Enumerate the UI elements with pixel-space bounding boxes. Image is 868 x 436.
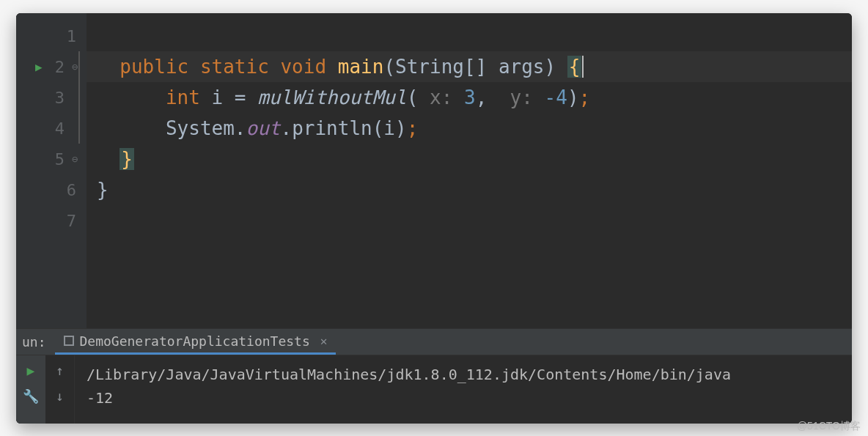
code-editor[interactable]: 1 ▶ 2 ⊖ 3 4 5 ⊖ 6 7 — [16, 13, 852, 328]
fold-collapse-icon[interactable]: ⊖ — [69, 153, 81, 165]
line-number: 7 — [67, 212, 76, 230]
console-output[interactable]: /Library/Java/JavaVirtualMachines/jdk1.8… — [75, 355, 852, 424]
watermark: @51CTO博客 — [797, 420, 861, 433]
code-line[interactable]: } — [87, 174, 852, 205]
run-side-toolbar: ▶ 🔧 — [16, 355, 45, 424]
console-line: -12 — [87, 386, 840, 410]
code-content[interactable]: public static void main (String[] args) … — [87, 13, 852, 328]
run-tab-bar: un: DemoGeneratorApplicationTests ✕ — [16, 329, 852, 355]
wrench-icon[interactable]: 🔧 — [23, 388, 39, 404]
text-caret — [582, 56, 584, 78]
gutter: 1 ▶ 2 ⊖ 3 4 5 ⊖ 6 7 — [16, 13, 87, 328]
run-tab-title: DemoGeneratorApplicationTests — [80, 333, 310, 349]
run-gutter-icon[interactable]: ▶ — [35, 60, 43, 74]
console-line: /Library/Java/JavaVirtualMachines/jdk1.8… — [87, 363, 840, 386]
line-number: 2 — [55, 58, 65, 76]
line-number: 3 — [55, 89, 65, 107]
code-line[interactable]: int i = mulWithoutMul ( x: 3 , y: -4 ) ; — [87, 82, 852, 113]
code-line[interactable] — [87, 21, 852, 51]
code-line[interactable]: public static void main (String[] args) … — [87, 51, 852, 82]
line-number: 5 — [55, 150, 65, 169]
run-tab[interactable]: DemoGeneratorApplicationTests ✕ — [55, 329, 336, 355]
run-panel-label: un: — [16, 334, 55, 350]
scroll-up-icon[interactable]: ↑ — [56, 363, 64, 378]
line-number: 6 — [67, 181, 76, 199]
test-config-icon — [64, 336, 74, 346]
scroll-down-icon[interactable]: ↓ — [56, 388, 64, 404]
close-icon[interactable]: ✕ — [320, 334, 328, 348]
ide-window: 1 ▶ 2 ⊖ 3 4 5 ⊖ 6 7 — [16, 13, 852, 424]
code-line[interactable]: System. out .println(i) ; — [87, 113, 852, 144]
code-line[interactable] — [87, 205, 852, 236]
console-toolbar: ↑ ↓ — [45, 355, 75, 424]
code-line[interactable]: } — [87, 144, 852, 174]
run-tool-window: un: DemoGeneratorApplicationTests ✕ ▶ 🔧 … — [16, 328, 852, 424]
rerun-icon[interactable]: ▶ — [27, 363, 35, 378]
line-number: 1 — [67, 27, 76, 45]
run-body: ▶ 🔧 ↑ ↓ /Library/Java/JavaVirtualMachine… — [16, 355, 852, 424]
line-number: 4 — [55, 119, 65, 138]
